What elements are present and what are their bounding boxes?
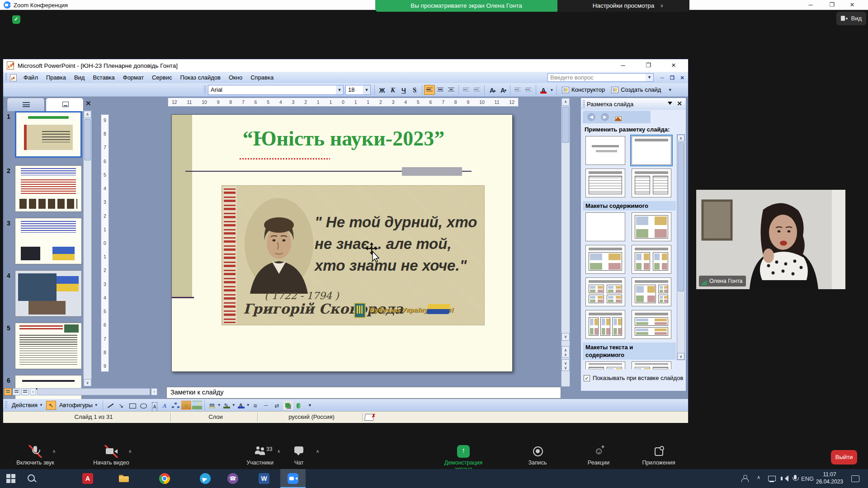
- scroll-up-icon[interactable]: ∧: [84, 111, 91, 118]
- spellcheck-icon[interactable]: [365, 413, 376, 421]
- text-shadow-button[interactable]: S: [409, 85, 420, 95]
- slide-thumbnail[interactable]: [15, 165, 82, 212]
- viber-icon[interactable]: [227, 473, 238, 484]
- numbered-list-button[interactable]: [461, 85, 472, 95]
- ppt-restore-button[interactable]: ❐: [642, 61, 655, 70]
- speaker-icon[interactable]: [780, 474, 788, 483]
- checkbox-checked-icon[interactable]: ✓: [584, 375, 590, 381]
- pane-grip[interactable]: [583, 100, 585, 108]
- autoshapes-menu-button[interactable]: Автофигуры▼: [57, 402, 101, 408]
- align-left-button[interactable]: [424, 85, 435, 95]
- view-button[interactable]: Вид: [836, 12, 866, 25]
- bold-button[interactable]: Ж: [377, 85, 387, 95]
- chevron-up-icon[interactable]: ∧: [316, 449, 319, 454]
- slide-thumbnail[interactable]: [15, 218, 82, 264]
- slide-thumbnail[interactable]: [15, 111, 82, 158]
- status-language[interactable]: русский (Россия): [262, 413, 361, 420]
- normal-view-button[interactable]: [4, 388, 12, 395]
- zoom-control[interactable]: ∧ Включить звук: [10, 445, 60, 466]
- designer-button[interactable]: Конструктор: [559, 84, 608, 95]
- zoom-control[interactable]: Запись: [513, 445, 562, 466]
- font-color-dropdown[interactable]: ▼: [549, 85, 555, 95]
- zoom-control[interactable]: ∧ Начать видео: [86, 445, 136, 466]
- restore-button[interactable]: ❐: [825, 0, 839, 10]
- new-slide-button[interactable]: Создать слайд: [608, 84, 664, 95]
- view-settings-button[interactable]: Настройки просмотра∨: [557, 0, 689, 12]
- underline-button[interactable]: Ч: [398, 85, 409, 95]
- menu-item[interactable]: Вставка: [89, 72, 118, 83]
- chevron-up-icon[interactable]: ∧: [128, 449, 132, 454]
- shadow-style-icon[interactable]: [283, 401, 293, 410]
- slide-scrollbar[interactable]: ∧ ∨ ∧∧ ∨∨: [561, 98, 570, 387]
- start-button-icon[interactable]: [5, 473, 16, 484]
- skovoroda-quote-image[interactable]: " Не той дурний, хтоне знає... але той,х…: [222, 185, 485, 325]
- pane-close-icon[interactable]: ✕: [677, 100, 682, 107]
- scroll-right-icon[interactable]: ›: [151, 388, 157, 395]
- increase-indent-button[interactable]: [523, 85, 534, 95]
- search-icon[interactable]: [26, 473, 37, 484]
- menu-item[interactable]: Показ слайдов: [176, 72, 225, 83]
- slideshow-view-button[interactable]: [21, 388, 29, 395]
- arrow-style-icon[interactable]: [272, 401, 282, 410]
- hidden-icons-chevron[interactable]: ∧: [757, 474, 760, 480]
- clock[interactable]: 11:0726.04.2023: [814, 471, 845, 485]
- rectangle-icon[interactable]: [127, 401, 137, 410]
- network-icon[interactable]: [768, 474, 776, 483]
- toolbar-grip[interactable]: [5, 401, 7, 409]
- scrollbar-thumb[interactable]: [678, 142, 684, 291]
- scroll-down-icon[interactable]: ∨: [84, 379, 91, 386]
- panel-close-icon[interactable]: ✕: [85, 99, 91, 108]
- slide-canvas[interactable]: “Юність науки-2023”: [171, 114, 513, 372]
- microphone-tray-icon[interactable]: [791, 474, 799, 483]
- toolbar-grip[interactable]: [204, 86, 206, 94]
- notes-area[interactable]: Заметки к слайду: [166, 387, 561, 399]
- ppt-close-button[interactable]: ✕: [667, 61, 680, 70]
- insert-picture-icon[interactable]: [192, 401, 202, 410]
- diagram-icon[interactable]: [170, 401, 180, 410]
- layout-thumbnail[interactable]: [585, 136, 625, 165]
- select-pointer-button[interactable]: ↖: [46, 401, 56, 410]
- clipart-icon[interactable]: [181, 401, 191, 410]
- layout-thumbnail[interactable]: [632, 212, 671, 241]
- scroll-left-icon[interactable]: ‹: [30, 388, 36, 395]
- dropdown-icon[interactable]: ▼: [646, 74, 653, 81]
- layout-thumbnail[interactable]: [632, 169, 671, 197]
- doc-minimize-button[interactable]: ─: [658, 74, 667, 82]
- tabs-scrollbar[interactable]: [37, 388, 150, 395]
- arrow-icon[interactable]: [116, 401, 126, 410]
- question-input[interactable]: Введите вопрос▼: [547, 73, 654, 82]
- font-size-combo[interactable]: 18▼: [345, 85, 371, 95]
- minimize-button[interactable]: ─: [804, 0, 817, 10]
- align-center-button[interactable]: [435, 85, 446, 95]
- scroll-down-icon[interactable]: ∨: [677, 353, 684, 360]
- wordart-icon[interactable]: А: [160, 401, 170, 410]
- dash-style-icon[interactable]: [261, 401, 271, 410]
- actions-menu-button[interactable]: Действия▼: [9, 402, 46, 408]
- layout-thumbnail[interactable]: [585, 277, 625, 306]
- layout-thumbnail[interactable]: [585, 169, 625, 197]
- layout-thumbnail[interactable]: [585, 361, 625, 369]
- font-color-button[interactable]: А: [538, 85, 549, 95]
- scrollbar-thumb[interactable]: [84, 119, 91, 160]
- nav-forward-icon[interactable]: ▶: [601, 113, 609, 121]
- show-on-insert-option[interactable]: ✓ Показывать при вставке слайдов: [584, 375, 683, 381]
- zoom-control[interactable]: Приложения: [634, 445, 684, 466]
- layout-thumbnail[interactable]: [632, 277, 671, 306]
- close-button[interactable]: ✕: [845, 0, 859, 10]
- word-icon[interactable]: [259, 473, 269, 484]
- leave-meeting-button[interactable]: Выйти: [831, 450, 857, 465]
- thumbnail-scrollbar[interactable]: ∧ ∨: [83, 110, 92, 387]
- fill-color-icon[interactable]: ▨: [207, 401, 217, 410]
- doc-restore-button[interactable]: ❐: [668, 74, 677, 82]
- quote-text[interactable]: " Не той дурний, хтоне знає... але той,х…: [315, 211, 482, 277]
- notification-icon[interactable]: [851, 474, 859, 483]
- textbox-icon[interactable]: [149, 401, 159, 410]
- oval-icon[interactable]: [138, 401, 148, 410]
- chevron-up-icon[interactable]: ∧: [52, 449, 56, 454]
- tab-slides[interactable]: [46, 98, 84, 111]
- layout-thumbnail[interactable]: [632, 310, 671, 339]
- zoom-control[interactable]: Реакции: [574, 445, 623, 466]
- previous-slide-button[interactable]: ∧∧: [561, 346, 570, 358]
- decrease-font-button[interactable]: А▼: [497, 85, 508, 95]
- italic-button[interactable]: К: [387, 85, 398, 95]
